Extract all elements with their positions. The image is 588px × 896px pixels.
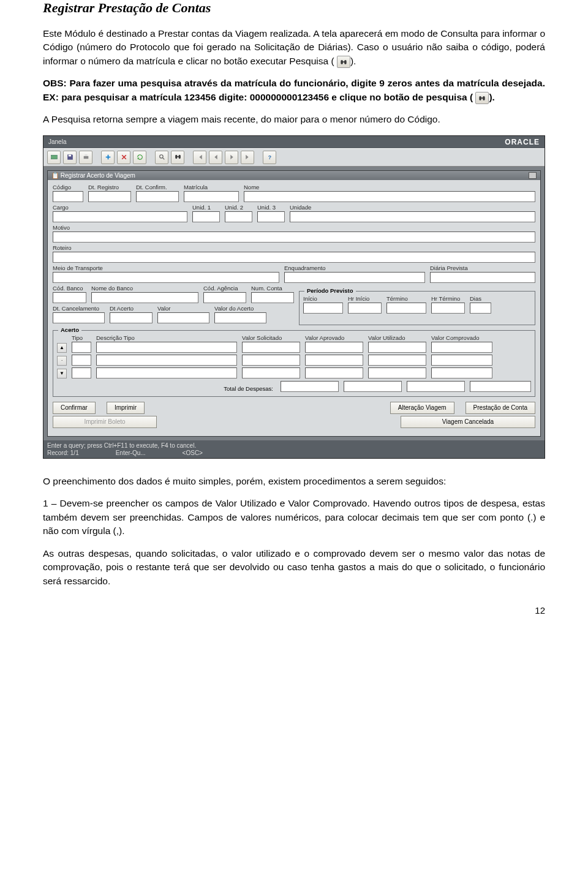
desc-tipo-field[interactable] <box>96 355 237 366</box>
form-window-titlebar: 📋 Registrar Acerto de Viagem <box>48 171 540 180</box>
toolbar: ? <box>43 148 545 167</box>
lbl-nome-banco: Nome do Banco <box>91 285 198 292</box>
desc-tipo-field[interactable] <box>96 367 237 378</box>
lbl-hr-inicio: Hr Início <box>348 295 382 302</box>
menu-janela[interactable]: Janela <box>48 138 66 145</box>
lbl-roteiro: Roteiro <box>53 244 535 251</box>
delete-icon[interactable] <box>117 151 130 164</box>
lbl-codigo: Código <box>53 184 83 190</box>
lbl-valor-aprovado: Valor Aprovado <box>305 334 363 341</box>
unid3-field[interactable] <box>257 211 285 222</box>
valor-utilizado-field[interactable] <box>368 342 426 353</box>
scroll-up-icon[interactable]: ▲ <box>57 343 67 353</box>
svg-rect-0 <box>51 156 57 160</box>
matricula-field[interactable] <box>184 191 239 202</box>
meio-transporte-field[interactable] <box>53 272 279 283</box>
lbl-total-despesas: Total de Despesas: <box>224 385 273 392</box>
after-obs-paragraph: A Pesquisa retorna sempre a viagem mais … <box>43 113 545 126</box>
cargo-field[interactable] <box>53 211 187 222</box>
termino-field[interactable] <box>386 303 426 314</box>
lbl-hr-termino: Hr Término <box>431 295 465 302</box>
refresh-icon[interactable] <box>133 151 146 164</box>
hr-termino-field[interactable] <box>431 303 465 314</box>
imprimir-button[interactable]: Imprimir <box>107 402 145 414</box>
add-icon[interactable] <box>101 151 115 164</box>
inicio-field[interactable] <box>303 303 343 314</box>
cod-banco-field[interactable] <box>53 292 86 303</box>
total-aprovado-field <box>344 381 402 392</box>
valor-solicitado-field[interactable] <box>242 342 300 353</box>
grp-acerto: Acerto <box>58 326 81 333</box>
status-mode: Enter-Qu... <box>116 450 146 456</box>
valor-aprovado-field[interactable] <box>305 367 363 378</box>
hr-inicio-field[interactable] <box>348 303 382 314</box>
help-icon[interactable]: ? <box>263 151 276 164</box>
nome-field[interactable] <box>244 191 535 202</box>
intro-text-1b: ). <box>350 56 356 66</box>
tipo-field[interactable] <box>72 355 91 366</box>
toolbox-icon[interactable] <box>47 151 61 164</box>
status-record: Record: 1/1 <box>47 450 79 456</box>
desc-tipo-field[interactable] <box>96 342 237 353</box>
binoculars-icon <box>475 92 489 104</box>
grp-periodo-previsto: Período Previsto <box>304 287 356 294</box>
valor-utilizado-field[interactable] <box>368 355 426 366</box>
lbl-unid2: Unid. 2 <box>225 204 252 211</box>
valor-aprovado-field[interactable] <box>305 355 363 366</box>
motivo-field[interactable] <box>53 232 535 243</box>
tipo-field[interactable] <box>72 367 91 378</box>
nome-banco-field[interactable] <box>91 292 198 303</box>
roteiro-field[interactable] <box>53 252 535 263</box>
unid2-field[interactable] <box>225 211 252 222</box>
diaria-prevista-field[interactable] <box>430 272 535 283</box>
valor-solicitado-field[interactable] <box>242 367 300 378</box>
dt-registro-field[interactable] <box>88 191 131 202</box>
prestacao-conta-button[interactable]: Prestação de Conta <box>466 402 535 414</box>
print-icon[interactable] <box>79 151 92 164</box>
enquadramento-field[interactable] <box>284 272 425 283</box>
valor-utilizado-field[interactable] <box>368 367 426 378</box>
form-window-title: Registrar Acerto de Viagem <box>61 172 135 179</box>
nav-prev-icon[interactable] <box>209 151 222 164</box>
valor-comprovado-field[interactable] <box>431 355 492 366</box>
svg-text:?: ? <box>268 154 271 160</box>
imprimir-boleto-button[interactable]: Imprimir Boleto <box>53 416 157 428</box>
nav-next-icon[interactable] <box>225 151 238 164</box>
num-conta-field[interactable] <box>251 292 294 303</box>
lbl-cod-banco: Cód. Banco <box>53 285 86 292</box>
status-osc: <OSC> <box>183 450 203 456</box>
save-icon[interactable] <box>63 151 77 164</box>
dt-confirm-field[interactable] <box>136 191 179 202</box>
dt-acerto-field[interactable] <box>110 312 153 323</box>
dt-cancel-field[interactable] <box>53 312 105 323</box>
svg-point-4 <box>159 155 162 158</box>
valor-comprovado-field[interactable] <box>431 367 492 378</box>
intro-paragraph: Este Módulo é destinado a Prestar contas… <box>43 27 545 68</box>
confirmar-button[interactable]: Confirmar <box>53 402 96 414</box>
query-enter-icon[interactable] <box>155 151 168 164</box>
lbl-nome: Nome <box>244 184 535 190</box>
query-execute-icon[interactable] <box>171 151 184 164</box>
valor-solicitado-field[interactable] <box>242 355 300 366</box>
unidade-field[interactable] <box>290 211 535 222</box>
scroll-mid-icon[interactable]: · <box>57 356 67 366</box>
nav-first-icon[interactable] <box>193 151 206 164</box>
unid1-field[interactable] <box>192 211 220 222</box>
codigo-field[interactable] <box>53 191 83 202</box>
valor-field[interactable] <box>157 312 209 323</box>
window-controls[interactable] <box>529 172 537 179</box>
valor-comprovado-field[interactable] <box>431 342 492 353</box>
cod-agencia-field[interactable] <box>203 292 246 303</box>
lbl-dt-confirm: Dt. Confirm. <box>136 184 179 190</box>
proc-1: 1 – Devem-se preencher os campos de Valo… <box>43 497 545 538</box>
viagem-cancelada-button[interactable]: Viagem Cancelada <box>401 416 535 428</box>
scroll-down-icon[interactable]: ▼ <box>57 369 67 378</box>
valor-acerto-field[interactable] <box>214 312 266 323</box>
tipo-field[interactable] <box>72 342 91 353</box>
dias-field[interactable] <box>470 303 491 314</box>
obs-paragraph: OBS: Para fazer uma pesquisa através da … <box>43 77 545 104</box>
alteracao-viagem-button[interactable]: Alteração Viagem <box>390 402 454 414</box>
valor-aprovado-field[interactable] <box>305 342 363 353</box>
lbl-unid3: Unid. 3 <box>257 204 285 211</box>
nav-last-icon[interactable] <box>241 151 254 164</box>
